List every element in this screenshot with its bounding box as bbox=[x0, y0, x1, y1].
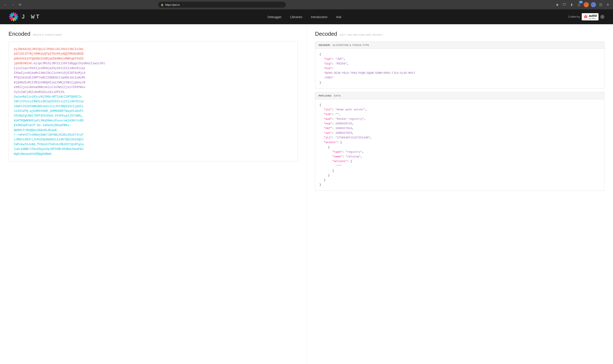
payload-json-box[interactable]: { "iss": "Acme auth server", "sub": "", … bbox=[315, 99, 604, 191]
auth0-label: auth0 bbox=[589, 14, 597, 17]
dot-3: . bbox=[28, 109, 30, 113]
browser-chrome: ← → ⟳ 🔒 https://jwt.io ★ 🛡 ⬇ ◇ 9 ☷ ≡ bbox=[0, 0, 613, 9]
auth0-sub: by Okta bbox=[589, 17, 597, 20]
badge-count: 9 bbox=[579, 1, 583, 3]
extensions-menu-icon[interactable]: ☷ bbox=[598, 2, 603, 7]
token-payload-2: IjoiIiwiYXVkIjoiRG9ja2VyIHJlZ2lzdHJ5Iiwi bbox=[14, 66, 85, 70]
decoded-title-area: Decoded EDIT THE PAYLOAD AND SECRET bbox=[315, 31, 604, 37]
auth0-logo: auth0 by Okta bbox=[582, 13, 599, 20]
lock-icon: 🔒 bbox=[161, 3, 164, 6]
menu-icon[interactable]: ≡ bbox=[605, 2, 611, 7]
nav-debugger[interactable]: Debugger bbox=[268, 15, 282, 19]
refresh-button[interactable]: ⟳ bbox=[17, 2, 23, 8]
browser-actions: ★ 🛡 ⬇ ◇ 9 ☷ ≡ bbox=[555, 2, 611, 7]
token-sig-9: WpOHrCrBnQQav3AAv0L0CauK- bbox=[14, 129, 58, 132]
nav-introduction[interactable]: Introduction bbox=[311, 15, 327, 19]
token-sig-8: EkdNZqUFsmJf-Do-1a6aC6jNSopPBKz- bbox=[14, 124, 71, 127]
token-header-4: jpGSEVWIn0 bbox=[14, 62, 32, 65]
app-header: J WT Debugger Libraries Introduction Ask… bbox=[0, 9, 613, 24]
token-payload-6: eXBlIjoicmVnaXN0cnkiLCJuYW1lIjoiY2F0YWxv bbox=[14, 85, 85, 89]
crafted-by-area: Crafted by auth0 by Okta i bbox=[568, 13, 604, 20]
nav-buttons: ← → ⟳ bbox=[2, 2, 23, 8]
encoded-token-box[interactable]: eyJ0eXAiOiJKV1QiLCJhbGciOiJSUzI1NiIsImt … bbox=[9, 41, 298, 162]
token-header-2: pZCI6IlFYNjY6MkUyQTpZT0xPOjdQQTM6UEdRSD bbox=[14, 52, 84, 55]
auth0-icon bbox=[583, 14, 588, 19]
logo-text: J WT bbox=[21, 13, 41, 20]
token-sig-1: CwianRpIjoiMjczNjY0OcxMTIyNzI1MTQ0OCIs bbox=[14, 95, 82, 98]
encoded-subtitle: PASTE A TOKEN HERE bbox=[33, 34, 62, 36]
encoded-title-area: Encoded PASTE A TOKEN HERE bbox=[9, 31, 298, 37]
info-icon[interactable]: i bbox=[600, 15, 604, 19]
download-icon[interactable]: ⬇ bbox=[569, 2, 574, 7]
logo-area: J WT bbox=[9, 12, 41, 22]
token-header-3: pHUVVCOjVTQk06UlhSMjpUSkM0OjVMNFg6TVVZS bbox=[14, 57, 84, 60]
token-header-1: eyJ0eXAiOiJKV1QiLCJhbGciOiJSUzI1NiIsImt bbox=[14, 47, 84, 51]
url-text: https://jwt.io bbox=[165, 3, 180, 6]
token-payload-4: MTQsImlhdCI6MTYwMzI3ODE0LCJqdGkiOiIyNzM2 bbox=[14, 76, 85, 79]
svg-point-12 bbox=[585, 16, 586, 17]
main-content: Encoded PASTE A TOKEN HERE eyJ0eXAiOiJKV… bbox=[0, 24, 613, 364]
token-sig-14: WgHz8mcwoAtHZNQg84BmA bbox=[14, 152, 51, 156]
header-json-box[interactable]: { "typ": "JWT", "alg": "RS256", "kid": "… bbox=[315, 49, 604, 89]
token-sig-2: ImFjY2VzcyI6W3sidHlwZSI6InJlZ2lzdHJ5Iiw bbox=[14, 100, 84, 103]
encoded-title: Encoded bbox=[9, 31, 30, 37]
main-nav: Debugger Libraries Introduction Ask bbox=[268, 15, 341, 19]
token-sig-11: iJM0xtd5XrLInPUZ6p9wD6ZLki967QHiS9lUQZv bbox=[14, 138, 84, 141]
nav-libraries[interactable]: Libraries bbox=[290, 15, 302, 19]
avatar-2[interactable] bbox=[591, 2, 596, 7]
token-sig-3: ibmFtZSI6ImNhdGFsb2ciLCJhY3Rpb25zIjpbIi bbox=[14, 104, 84, 108]
forward-button[interactable]: → bbox=[10, 2, 16, 8]
token-payload-1: eyJpc3MiOiJBY21lIGF1dGggc2VydmVyIiwic3Vi bbox=[33, 62, 105, 65]
token-payload-3: ZXhwIjoxNjkwMzI4NzI0LCJuYmYiOjE2OTAzMjc4 bbox=[14, 71, 85, 75]
token-sig-13: luGrp9WB7J3koZ9qya3p7Bf93Br0XdbmJdoaFWJ bbox=[14, 147, 84, 151]
nav-ask[interactable]: Ask bbox=[336, 15, 341, 19]
payload-sublabel: DATA bbox=[334, 94, 341, 97]
header-sublabel: ALGORITHM & TOKEN TYPE bbox=[332, 44, 369, 46]
avatar-1[interactable] bbox=[584, 2, 589, 7]
shield-icon[interactable]: 🛡 bbox=[562, 2, 567, 7]
decoded-title: Decoded bbox=[315, 31, 337, 37]
token-sig-4: oiXX1dfQ bbox=[14, 109, 28, 113]
payload-label: PAYLOAD: bbox=[319, 94, 332, 97]
token-payload-7: ZyIsImFjdGlvbnMiOlsiKiJdfV19 bbox=[14, 90, 64, 94]
payload-section-bar: PAYLOAD: DATA bbox=[315, 92, 604, 99]
crafted-by-label: Crafted by bbox=[568, 15, 580, 18]
token-sig-7: kUHTRQWN9H5iaFL9NsD8mnzPuuxrnmlA30rtn8D bbox=[14, 119, 84, 122]
decoded-panel: Decoded EDIT THE PAYLOAD AND SECRET HEAD… bbox=[306, 24, 613, 364]
back-button[interactable]: ← bbox=[2, 2, 9, 8]
token-sig-10: r-rwFmYCTx30DmjkWA7JGFHWLXCUDL66lK74tzF bbox=[14, 133, 84, 136]
token-payload-5: NjQ4NzExMjI3MjUxNDQ4IiwiYWNjZXNzIjpbeyJ0 bbox=[14, 81, 85, 84]
token-sig-5: qjEAM2X68R_lKM0G0RETWvpXIuDxPi bbox=[30, 109, 84, 113]
header-label: HEADER: bbox=[319, 44, 331, 46]
jwt-logo-icon bbox=[9, 12, 19, 22]
address-bar[interactable]: 🔒 https://jwt.io bbox=[158, 2, 286, 8]
dot-2: . bbox=[64, 90, 66, 94]
token-sig-12: FmPxkwTAJsNd_fCbUsh7FeEnkiMkXSYtQs9Tgla bbox=[14, 143, 84, 146]
token-sig-6: VZeOpZgtRml7GPFGCkSSed_6YaPkypIjSYlWNi_ bbox=[14, 114, 84, 117]
decoded-subtitle: EDIT THE PAYLOAD AND SECRET bbox=[340, 34, 383, 36]
bookmark-icon[interactable]: ★ bbox=[555, 2, 560, 7]
header-section-bar: HEADER: ALGORITHM & TOKEN TYPE bbox=[315, 41, 604, 49]
encoded-panel: Encoded PASTE A TOKEN HERE eyJ0eXAiOiJKV… bbox=[0, 24, 306, 364]
